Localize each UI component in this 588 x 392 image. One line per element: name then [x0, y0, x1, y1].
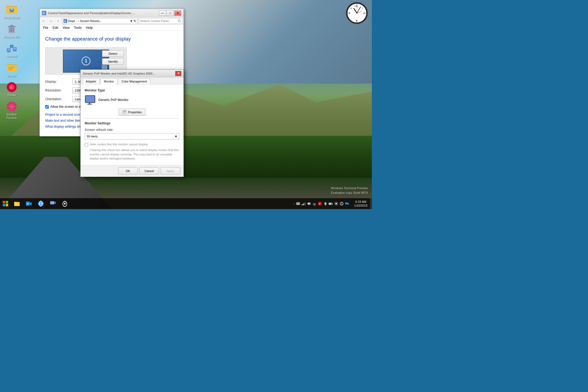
taskbar: O: [0, 198, 372, 209]
taskbar-time: 6:33 AM: [355, 200, 366, 204]
refresh-button[interactable]: ↻: [134, 19, 136, 23]
monitor-number: 1: [82, 57, 90, 65]
windows-watermark: Windows Technical Preview Evaluation cop…: [331, 186, 368, 195]
desktop-icon-network[interactable]: Network: [1, 41, 22, 59]
svg-rect-43: [8, 68, 13, 69]
svg-rect-33: [14, 50, 16, 51]
svg-text:!: !: [319, 203, 320, 205]
desktop-icon-itunes[interactable]: ♪ iTunes: [1, 80, 22, 98]
minimize-button[interactable]: —: [159, 10, 166, 16]
hide-modes-checkbox[interactable]: [85, 143, 88, 146]
vpn-icon[interactable]: !: [318, 201, 322, 206]
hide-modes-row: Hide modes that this monitor cannot disp…: [85, 142, 179, 146]
forward-button[interactable]: →: [48, 18, 54, 24]
tab-adapter[interactable]: Adapter: [82, 78, 100, 84]
desktop-icon-recycle-bin[interactable]: Recycle Bin: [1, 22, 22, 40]
battery-icon[interactable]: [329, 201, 333, 206]
svg-rect-66: [123, 112, 126, 112]
apply-button[interactable]: Apply: [161, 167, 180, 174]
volume-icon[interactable]: [307, 201, 311, 206]
shorts-icon: [6, 62, 17, 73]
detect-button[interactable]: Detect: [102, 50, 124, 57]
properties-button[interactable]: Properties: [119, 109, 145, 116]
bluetooth-icon[interactable]: [323, 201, 327, 206]
taskbar-date: 1/10/2015: [354, 204, 367, 207]
tab-monitor[interactable]: Monitor: [100, 78, 118, 84]
cancel-button[interactable]: Cancel: [139, 167, 159, 174]
svg-rect-22: [8, 26, 16, 27]
taskbar-file-explorer[interactable]: [11, 198, 23, 209]
signal-icon[interactable]: [301, 201, 306, 206]
identify-button[interactable]: Identify: [102, 58, 124, 65]
clock-widget: 12 6 3 9 10 11 1: [346, 2, 368, 24]
maximize-button[interactable]: □: [167, 10, 174, 16]
menu-edit[interactable]: Edit: [50, 25, 60, 30]
close-button[interactable]: ✕: [174, 10, 181, 16]
desktop-icon-surface-forums[interactable]: Surface Forums: [1, 100, 22, 121]
dialog-tabs: Adapter Monitor Color Management: [81, 77, 183, 84]
search-input[interactable]: [140, 19, 177, 23]
svg-rect-71: [6, 204, 8, 206]
address-path[interactable]: ⊞ Displ... › Screen Resolu... ▼ ↻: [62, 18, 138, 24]
address-text: Displ... › Screen Resolu...: [68, 19, 102, 23]
svg-rect-32: [13, 48, 16, 50]
svg-rect-109: [329, 203, 331, 204]
ok-button[interactable]: OK: [118, 167, 138, 174]
tab-color-management[interactable]: Color Management: [118, 78, 151, 84]
menu-help[interactable]: Help: [84, 25, 95, 30]
taskbar-ie[interactable]: [35, 198, 47, 209]
svg-rect-74: [14, 203, 20, 206]
menu-file[interactable]: File: [41, 25, 50, 30]
svg-rect-70: [3, 204, 5, 206]
up-button[interactable]: ↑: [55, 18, 61, 24]
taskbar-items: O: [11, 198, 291, 209]
tray-expand-button[interactable]: ‹: [293, 202, 295, 206]
svg-point-105: [318, 202, 322, 206]
sync-icon[interactable]: [339, 201, 344, 206]
refresh-dropdown-arrow: ▼: [174, 135, 177, 138]
svg-rect-29: [8, 51, 10, 52]
desktop: 12 6 3 9 10 11 1: [0, 0, 372, 209]
tab-color-management-label: Color Management: [121, 80, 147, 83]
mail-tray-icon[interactable]: O: [345, 201, 349, 206]
svg-text:♪: ♪: [10, 85, 12, 89]
cp-titlebar: ⊞ Control Panel\Appearance and Personali…: [40, 9, 183, 17]
taskbar-tablet[interactable]: [47, 198, 59, 209]
watermark-line1: Windows Technical Preview: [331, 186, 368, 191]
keyboard-icon[interactable]: [296, 201, 300, 206]
address-dropdown[interactable]: ▼: [130, 19, 133, 23]
svg-rect-65: [123, 111, 126, 111]
svg-rect-62: [89, 103, 90, 104]
network-tray-icon[interactable]: [312, 201, 317, 206]
monitor-settings-section: Monitor Settings Screen refresh rate: 59…: [85, 121, 179, 161]
tab-adapter-label: Adapter: [86, 80, 96, 83]
desktop-icon-doug-sharp[interactable]: Doug Sharp: [1, 3, 22, 21]
back-button[interactable]: ←: [41, 18, 47, 24]
network-icon: [6, 43, 17, 54]
svg-text:O: O: [345, 203, 347, 204]
taskbar-outlook[interactable]: O: [23, 198, 35, 209]
svg-point-110: [335, 203, 337, 204]
properties-icon: [122, 110, 127, 114]
settings-icon: [62, 200, 68, 207]
svg-rect-96: [299, 204, 299, 204]
search-box[interactable]: [139, 18, 182, 24]
cp-heading: Change the appearance of your display: [45, 36, 178, 42]
taskbar-settings[interactable]: [59, 198, 71, 209]
brightness-icon[interactable]: [334, 201, 338, 206]
address-icon: ⊞: [63, 19, 67, 23]
auto-rotate-checkbox[interactable]: [45, 105, 49, 109]
svg-rect-23: [10, 25, 13, 26]
show-desktop-button[interactable]: [370, 198, 372, 209]
menu-view[interactable]: View: [60, 25, 72, 30]
svg-rect-101: [304, 203, 305, 205]
dialog-close-button[interactable]: ✕: [175, 71, 181, 76]
taskbar-clock[interactable]: 6:33 AM 1/10/2015: [351, 200, 370, 208]
ie-icon: [38, 200, 44, 207]
start-button[interactable]: [0, 198, 11, 209]
refresh-rate-select[interactable]: 59 Hertz ▼: [85, 133, 179, 140]
network-tray-svg-icon: [312, 201, 317, 206]
menu-tools[interactable]: Tools: [72, 25, 84, 30]
dialog-titlebar: Generic PnP Monitor and Intel(R) HD Grap…: [81, 70, 183, 77]
desktop-icon-shorts[interactable]: Shorts: [1, 61, 22, 79]
